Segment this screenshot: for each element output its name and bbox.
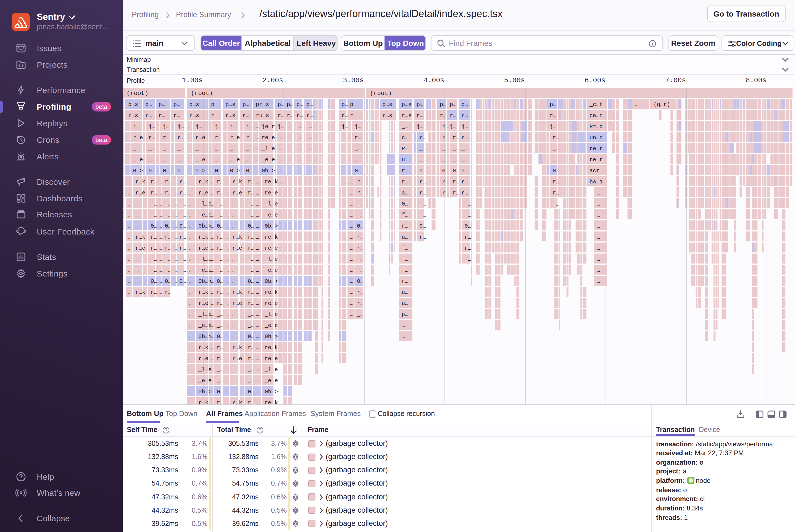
svg-text:_c…t: _c…t [589,101,603,108]
svg-text:…: … [135,212,138,218]
svg-text:…: … [232,267,235,273]
svg-text:r…: r… [150,245,157,251]
svg-text:_…: _… [552,201,559,207]
svg-text:…: … [255,168,259,174]
svg-text:…: … [255,300,259,307]
svg-text:r…: r… [354,134,361,141]
svg-text:…: … [173,234,176,240]
svg-text:…: … [308,157,312,163]
svg-text:0b…>: 0b…> [198,223,211,229]
svg-text:…: … [225,378,228,384]
svg-text:…: … [189,256,192,262]
svg-text:p…: p… [549,101,556,108]
svg-text:…: … [211,267,214,273]
svg-text:r…: r… [552,134,559,141]
svg-text:_…: _… [247,311,254,318]
svg-text:…: … [211,334,214,340]
svg-text:…: … [350,256,353,262]
svg-text:…: … [128,234,131,240]
svg-text:r…: r… [216,245,223,251]
svg-text:(root): (root) [126,90,148,97]
svg-text:_…: _… [216,201,223,207]
svg-text:f…: f… [401,245,408,251]
svg-text:…: … [232,366,235,373]
svg-text:…: … [255,267,259,273]
svg-text:_…: _… [441,157,448,163]
svg-text:_…: _… [164,256,171,262]
svg-text:r…: r… [158,112,165,119]
svg-text:…: … [350,267,353,273]
svg-text:…: … [135,223,138,229]
svg-text:P…: P… [401,146,408,152]
svg-text:…: … [189,124,192,130]
svg-text:ru…s: ru…s [255,112,269,119]
svg-text:r…: r… [552,190,559,196]
svg-text:re…k: re…k [264,234,278,240]
svg-text:r…: r… [246,134,252,141]
svg-text:…: … [289,124,292,130]
svg-text:_…: _… [354,157,361,163]
svg-text:…: … [158,212,162,218]
svg-text:…: … [173,223,176,229]
svg-text:r…: r… [215,134,221,141]
svg-text:j…: j… [354,124,361,130]
svg-text:…: … [211,322,214,329]
svg-text:r…: r… [350,112,356,119]
svg-text:0…: 0… [357,223,363,229]
svg-text:…: … [128,256,131,262]
svg-text:_e…e: _e…e [261,157,275,163]
svg-text:…: … [597,201,600,207]
svg-text:r…k: r…k [232,344,242,351]
svg-text:r…: r… [450,112,456,119]
svg-text:…: … [401,322,405,329]
svg-text:r…: r… [179,245,186,251]
svg-text:…: … [597,190,600,196]
svg-text:p…: p… [173,101,180,108]
svg-text:r…: r… [216,190,223,196]
svg-text:0…: 0… [177,168,184,174]
svg-text:0b…>: 0b…> [198,278,211,285]
svg-text:…: … [255,201,259,207]
svg-text:…: … [350,300,353,307]
svg-text:r…: r… [416,112,423,119]
svg-text:…: … [279,157,283,163]
svg-text:p…: p… [341,101,348,108]
svg-text:_e…e: _e…e [198,267,211,273]
svg-text:0…: 0… [357,278,363,285]
svg-text:p…: p… [461,101,468,108]
svg-text:…: … [225,289,228,296]
svg-text:_e…e: _e…e [198,322,211,329]
svg-text:0…: 0… [419,168,426,174]
svg-text:r…: r… [165,234,171,240]
svg-text:_…: _… [216,322,223,329]
svg-text:…: … [401,334,405,340]
svg-text:…: … [299,124,302,130]
svg-text:p…s: p…s [189,101,199,108]
svg-text:_…: _… [179,212,186,218]
svg-text:…: … [128,179,131,185]
svg-text:_…: _… [150,212,157,218]
svg-text:…: … [135,267,138,273]
svg-text:r…s: r…s [401,112,411,119]
svg-text:…: … [225,190,228,196]
svg-text:r…: r… [442,179,448,185]
svg-text:r…: r… [247,289,254,296]
svg-text:…: … [211,356,214,362]
svg-text:r…: r… [439,112,446,119]
svg-text:r…e: r…e [232,356,242,362]
svg-text:r…e: r…e [133,134,143,141]
svg-text:je…r: je…r [261,124,275,130]
svg-text:…: … [135,278,138,285]
svg-text:…: … [255,157,259,163]
svg-text:_…: _… [464,201,471,207]
svg-text:r…: r… [148,134,155,141]
svg-text:_l…e: _l…e [261,146,275,152]
svg-text:r…: r… [341,112,348,119]
svg-text:u…: u… [401,234,408,240]
svg-text:…: … [189,201,192,207]
svg-text:_…: _… [356,267,363,273]
svg-text:r…s: r…s [128,112,138,119]
svg-text:u…: u… [401,157,408,163]
svg-text:_…: _… [356,311,363,318]
svg-text:…: … [255,400,259,404]
